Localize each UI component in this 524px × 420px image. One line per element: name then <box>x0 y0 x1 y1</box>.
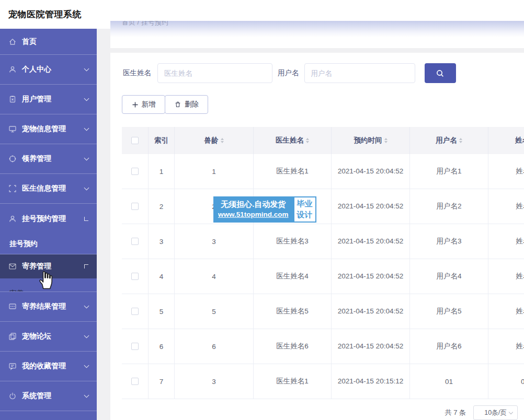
row-checkbox[interactable] <box>131 343 139 350</box>
table-row[interactable]: 11医生姓名12021-04-15 20:04:52用户名1姓名1 <box>122 154 524 189</box>
table-row[interactable]: 66医生姓名62021-04-15 20:04:52用户名6姓名6 <box>122 329 524 364</box>
trash-icon <box>174 101 181 108</box>
sidebar-item-user-management[interactable]: 用户管理 <box>0 85 97 114</box>
scan-icon <box>8 184 17 193</box>
table-row[interactable]: 55医生姓名52021-04-15 20:04:52用户名5姓名5 <box>122 294 524 329</box>
table-cell: 姓名3 <box>488 224 524 259</box>
row-checkbox[interactable] <box>131 238 139 245</box>
sidebar-item-registration-appointment-management[interactable]: 挂号预约管理 <box>0 204 97 234</box>
add-button[interactable]: 新增 <box>122 95 165 114</box>
table-header-row: 索引兽龄医生姓名预约时间用户名姓名 <box>122 127 524 154</box>
table-cell: 2021-04-15 20:04:52 <box>332 329 410 364</box>
chevron-down-icon <box>509 410 513 414</box>
sidebar-subitem-appearing[interactable]: 寄养 <box>0 278 97 292</box>
table-cell: 7 <box>149 364 175 399</box>
sidebar-item-pet-forum[interactable]: 宠物论坛 <box>0 322 97 352</box>
breadcrumb-strip: 首页 / 挂号预约 <box>110 21 524 48</box>
username-input[interactable] <box>304 63 415 83</box>
row-checkbox[interactable] <box>131 203 139 210</box>
table-cell: 01 <box>488 364 524 399</box>
chat-square-icon <box>8 302 17 311</box>
search-button[interactable] <box>425 63 456 83</box>
row-select-cell[interactable] <box>122 224 149 259</box>
table-cell: 医生姓名6 <box>254 329 332 364</box>
watermark-badge-line1: 毕业 <box>297 198 313 209</box>
page-size-select[interactable]: 10条/页 <box>473 405 518 420</box>
table-cell: 姓名6 <box>488 329 524 364</box>
add-button-label: 新增 <box>142 100 156 109</box>
sidebar: 首页 个人中心 用户管理 宠物信息管理 领养管理 医生信息管理 挂号预约管理 挂… <box>0 29 97 420</box>
sidebar-subitem-label: 挂号预约 <box>9 239 38 249</box>
sidebar-subitem-registration-appointment[interactable]: 挂号预约 <box>0 234 97 254</box>
sort-caret-icon[interactable] <box>384 136 388 145</box>
table-cell: 2 <box>149 189 175 224</box>
table-cell: 1 <box>149 154 175 189</box>
table-cell: 姓名2 <box>488 189 524 224</box>
sort-caret-icon[interactable] <box>221 136 224 145</box>
table-cell: 姓名1 <box>488 154 524 189</box>
table-cell: 姓名5 <box>488 294 524 329</box>
power-icon <box>8 392 17 400</box>
chevron-animating-icon <box>84 264 88 269</box>
sidebar-subitem-partial-label: 寄养 <box>9 289 24 292</box>
chevron-down-icon <box>84 303 89 308</box>
table-row[interactable]: 33医生姓名32021-04-15 20:04:52用户名3姓名3 <box>122 224 524 259</box>
chevron-down-icon <box>84 333 89 338</box>
sidebar-item-boarding-result-management[interactable]: 寄养结果管理 <box>0 292 97 322</box>
row-checkbox[interactable] <box>131 273 139 280</box>
row-select-cell[interactable] <box>122 294 149 329</box>
table-cell: 用户名2 <box>410 189 488 224</box>
sort-caret-icon[interactable] <box>459 136 462 145</box>
table-body: 11医生姓名12021-04-15 20:04:52用户名1姓名122医生姓名2… <box>122 154 524 399</box>
row-checkbox[interactable] <box>131 378 139 385</box>
table-cell: 2021-04-15 20:04:52 <box>332 189 410 224</box>
sidebar-item-boarding-management[interactable]: 寄养管理 <box>0 254 97 278</box>
doctor-name-input[interactable] <box>157 63 272 83</box>
plus-icon <box>132 101 139 108</box>
table-row[interactable]: 44医生姓名42021-04-15 20:04:52用户名4姓名4 <box>122 259 524 294</box>
sidebar-item-label: 宠物信息管理 <box>22 124 66 134</box>
column-header[interactable]: 兽龄 <box>175 127 254 154</box>
watermark-badge: 毕业 设计 <box>293 196 316 223</box>
table-cell: 3 <box>175 224 254 259</box>
column-header[interactable]: 医生姓名 <box>254 127 332 154</box>
sidebar-item-label: 医生信息管理 <box>22 184 66 193</box>
row-checkbox[interactable] <box>131 168 139 175</box>
table-cell: 2021-04-15 20:04:52 <box>332 259 410 294</box>
monitor-icon <box>8 125 17 133</box>
sidebar-item-home[interactable]: 首页 <box>0 29 97 55</box>
row-select-cell[interactable] <box>122 259 149 294</box>
chevron-down-icon <box>84 392 89 398</box>
column-header[interactable]: 姓名 <box>488 127 524 154</box>
chevron-down-icon <box>84 66 89 71</box>
sidebar-item-personal-center[interactable]: 个人中心 <box>0 55 97 85</box>
row-select-cell[interactable] <box>122 329 149 364</box>
row-select-cell[interactable] <box>122 189 149 224</box>
sort-caret-icon[interactable] <box>306 136 309 145</box>
row-checkbox[interactable] <box>131 308 139 315</box>
sidebar-item-system-management[interactable]: 系统管理 <box>0 381 97 411</box>
column-header-label: 兽龄 <box>204 136 219 145</box>
table-row[interactable]: 73医生姓名12021-04-15 20:15:120101 <box>122 364 524 399</box>
sidebar-item-adoption-management[interactable]: 领养管理 <box>0 144 97 174</box>
row-select-cell[interactable] <box>122 364 149 399</box>
column-header[interactable]: 预约时间 <box>332 127 410 154</box>
table-cell: 2021-04-15 20:15:12 <box>332 364 410 399</box>
sidebar-item-doctor-info-management[interactable]: 医生信息管理 <box>0 174 97 204</box>
table-cell: 用户名3 <box>410 224 488 259</box>
column-header[interactable]: 用户名 <box>410 127 488 154</box>
search-form: 医生姓名 用户名 <box>123 63 456 83</box>
column-header-label: 索引 <box>154 136 168 145</box>
table-row[interactable]: 22医生姓名22021-04-15 20:04:52用户名2姓名2 <box>122 189 524 224</box>
table-cell: 3 <box>175 364 254 399</box>
table-cell: 用户名4 <box>410 259 488 294</box>
select-all-header-cell[interactable] <box>122 127 149 154</box>
table-cell: 用户名6 <box>410 329 488 364</box>
sidebar-item-label: 挂号预约管理 <box>22 214 66 224</box>
select-all-checkbox[interactable] <box>131 137 139 144</box>
delete-button[interactable]: 删除 <box>165 95 208 114</box>
watermark-line2: www.51topmind.com <box>218 209 289 220</box>
row-select-cell[interactable] <box>122 154 149 189</box>
sidebar-item-my-favorites-management[interactable]: 我的收藏管理 <box>0 352 97 381</box>
sidebar-item-pet-info-management[interactable]: 宠物信息管理 <box>0 114 97 144</box>
